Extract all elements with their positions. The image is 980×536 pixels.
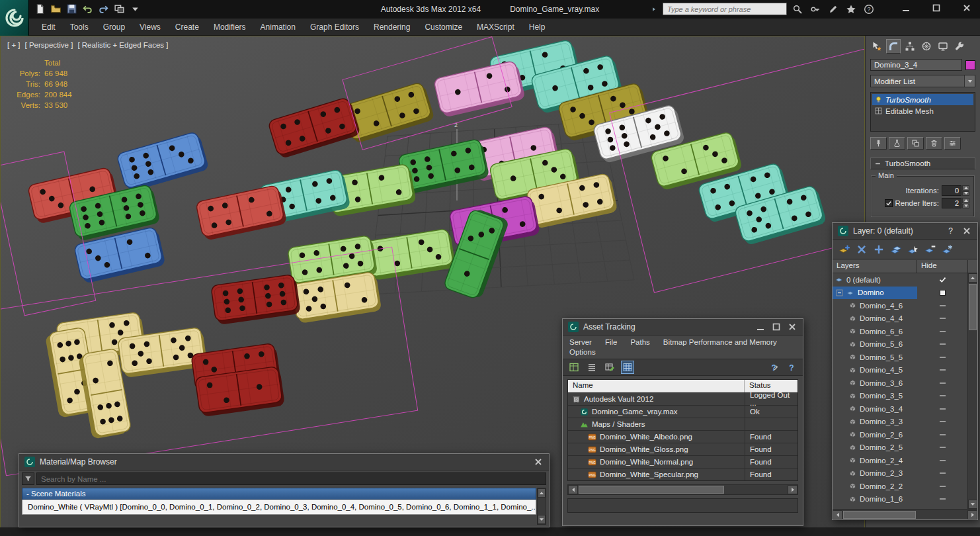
modifier-onoff-bulb-icon[interactable] — [874, 95, 883, 104]
layer-row[interactable]: Domino_3_4 — [833, 402, 967, 416]
menu-help[interactable]: Help — [522, 19, 553, 35]
spin-down-icon[interactable] — [962, 204, 969, 209]
stack-item-editable-mesh[interactable]: Editable Mesh — [872, 105, 973, 116]
menu-animation[interactable]: Animation — [253, 19, 303, 35]
turbosmooth-rollout-header[interactable]: TurboSmooth — [870, 157, 975, 169]
scroll-down-icon[interactable] — [968, 500, 977, 509]
layer-row[interactable]: Domino_2_6 — [833, 428, 967, 441]
layer-name[interactable]: Domino_5_5 — [833, 351, 917, 364]
asset-row[interactable]: PNGDomino_White_Albedo.pngFound — [568, 430, 797, 443]
configure-modifier-sets-button[interactable] — [944, 137, 961, 150]
layer-name[interactable]: Domino_2_6 — [833, 428, 917, 441]
asset-row[interactable]: PNGDomino_White_Normal.pngFound — [568, 455, 797, 468]
search-icon[interactable] — [792, 4, 803, 15]
layer-vscrollbar[interactable] — [967, 273, 977, 509]
domino[interactable] — [211, 274, 301, 325]
tab-modify[interactable] — [886, 39, 901, 54]
layer-row[interactable]: Domino_5_5 — [833, 351, 967, 364]
object-color-swatch[interactable] — [965, 60, 975, 70]
menu-rendering[interactable]: Rendering — [366, 19, 417, 35]
layer-name[interactable]: Domino_4_6 — [833, 299, 917, 312]
viewport-general-menu[interactable]: [ + ] — [7, 41, 20, 49]
layer-hide-cell[interactable] — [917, 434, 967, 435]
menu-group[interactable]: Group — [96, 19, 132, 35]
asset-menu-paths[interactable]: Paths — [630, 338, 649, 346]
subscription-key-icon[interactable] — [810, 4, 821, 15]
layer-row[interactable]: Domino_5_6 — [833, 338, 967, 351]
spin-up-icon[interactable] — [962, 185, 969, 191]
layer-name[interactable]: Domino_2_4 — [833, 454, 917, 467]
layer-row[interactable]: Domino_2_2 — [833, 480, 967, 493]
layer-hide-cell[interactable] — [917, 447, 967, 448]
edit-table-button[interactable] — [603, 361, 616, 374]
column-name[interactable]: Name — [568, 380, 745, 392]
asset-tracking-titlebar[interactable]: Asset Tracking — [563, 319, 803, 335]
layer-name[interactable]: Domino_3_4 — [833, 402, 917, 416]
undo-icon[interactable] — [82, 3, 93, 15]
column-layers[interactable]: Layers — [833, 260, 917, 273]
minimize-icon[interactable] — [755, 322, 766, 333]
tab-display[interactable] — [936, 39, 950, 54]
material-browser-titlebar[interactable]: Material/Map Browser — [19, 454, 549, 470]
tab-hierarchy[interactable] — [903, 39, 917, 54]
asset-menu-server[interactable]: Server — [569, 338, 592, 346]
layer-row[interactable]: Domino_3_5 — [833, 390, 967, 403]
layer-row[interactable]: Domino_3_6 — [833, 377, 967, 390]
help-mode-button[interactable]: ? — [767, 361, 780, 374]
material-vscrollbar[interactable] — [537, 488, 546, 525]
menu-tools[interactable]: Tools — [63, 19, 96, 35]
spin-up-icon[interactable] — [962, 198, 969, 203]
asset-row[interactable]: Domino_Game_vray.maxOk — [568, 405, 797, 418]
viewport-pov-menu[interactable]: [ Perspective ] — [25, 41, 73, 49]
close-icon[interactable] — [786, 322, 797, 333]
new-scene-icon[interactable] — [34, 3, 46, 15]
layer-row[interactable]: Domino_4_4 — [833, 312, 967, 326]
communication-pen-icon[interactable] — [828, 4, 838, 15]
open-file-icon[interactable] — [50, 3, 61, 15]
tab-create[interactable] — [870, 39, 884, 54]
layer-hide-cell[interactable] — [917, 486, 967, 487]
layer-name[interactable]: Domino_5_6 — [833, 338, 917, 351]
delete-layer-icon[interactable] — [856, 244, 868, 255]
tab-motion[interactable] — [919, 39, 934, 54]
scroll-left-icon[interactable] — [833, 510, 842, 519]
layer-hide-cell[interactable] — [917, 395, 967, 396]
layer-hide-cell[interactable] — [917, 472, 967, 474]
layer-hide-cell[interactable] — [917, 305, 967, 306]
menu-modifiers[interactable]: Modifiers — [206, 19, 253, 35]
pin-stack-button[interactable] — [870, 137, 887, 150]
layer-name[interactable]: Domino_3_3 — [833, 416, 917, 429]
scroll-right-icon[interactable] — [967, 510, 977, 519]
layer-name[interactable]: Domino_2_3 — [833, 467, 917, 480]
close-icon[interactable] — [961, 226, 972, 237]
refresh-table-button[interactable] — [567, 361, 581, 374]
help-icon[interactable]: ? — [864, 4, 874, 15]
layer-row[interactable]: 0 (default) — [833, 273, 967, 287]
domino[interactable] — [268, 97, 361, 159]
asset-row[interactable]: Maps / Shaders — [568, 418, 797, 430]
redo-icon[interactable] — [98, 3, 109, 15]
menu-customize[interactable]: Customize — [417, 19, 470, 35]
close-icon[interactable] — [532, 457, 544, 468]
minimize-icon[interactable] — [901, 3, 911, 13]
search-scope-arrow-icon[interactable] — [651, 4, 657, 15]
layer-hide-cell[interactable] — [917, 318, 967, 319]
layer-hide-cell[interactable] — [917, 408, 967, 410]
layer-hide-cell[interactable] — [917, 382, 967, 384]
asset-row[interactable]: Autodesk Vault 2012Logged Out ... — [568, 392, 797, 405]
column-hide[interactable]: Hide — [917, 260, 967, 273]
scroll-up-icon[interactable] — [968, 273, 977, 283]
domino[interactable] — [434, 60, 526, 118]
domino[interactable] — [196, 185, 288, 242]
maximize-icon[interactable] — [770, 322, 782, 333]
layer-name[interactable]: Domino — [833, 287, 917, 300]
layer-row[interactable]: Domino_6_6 — [833, 325, 967, 338]
layer-hide-cell[interactable] — [917, 331, 967, 332]
menu-graph-editors[interactable]: Graph Editors — [303, 19, 366, 35]
app-logo-icon[interactable] — [0, 0, 29, 36]
modifier-list-arrow-icon[interactable] — [964, 75, 975, 87]
hide-freeze-layer-icon[interactable] — [942, 244, 954, 255]
favorites-star-icon[interactable] — [846, 4, 856, 15]
layer-row[interactable]: Domino_1_6 — [833, 493, 967, 506]
list-view-button[interactable] — [585, 361, 598, 374]
